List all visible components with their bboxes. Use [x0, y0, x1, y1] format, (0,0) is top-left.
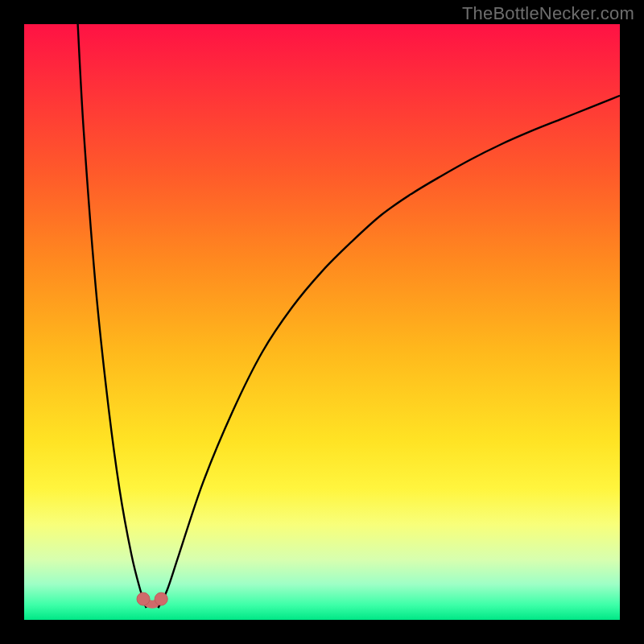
min-marker-1: [155, 592, 167, 605]
bottleneck-chart: [24, 24, 620, 620]
watermark-text: TheBottleNecker.com: [462, 3, 634, 24]
gradient-background: [24, 24, 620, 620]
plot-area: [24, 24, 620, 620]
min-marker-0: [137, 592, 150, 605]
outer-frame: TheBottleNecker.com: [0, 0, 644, 644]
